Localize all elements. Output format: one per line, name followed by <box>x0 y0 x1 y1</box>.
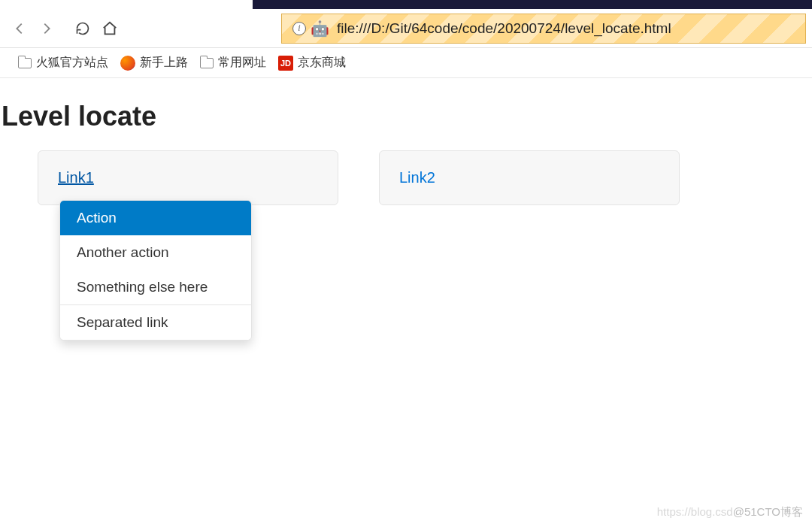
home-button[interactable] <box>96 15 123 42</box>
bookmark-item-1[interactable]: 新手上路 <box>117 52 191 74</box>
bookmark-item-0[interactable]: 火狐官方站点 <box>15 52 111 74</box>
watermark: https://blog.csd@51CTO博客 <box>657 505 803 519</box>
url-text: file:///D:/Git/64code/code/20200724/leve… <box>337 20 671 37</box>
dropdown-menu: Action Another action Something else her… <box>59 200 252 341</box>
nav-toolbar: i 🤖 file:///D:/Git/64code/code/20200724/… <box>0 9 812 48</box>
url-bar[interactable]: i 🤖 file:///D:/Git/64code/code/20200724/… <box>281 14 806 44</box>
page-content: Level locate Link1 Action Another action… <box>0 78 812 205</box>
url-bar-container: i 🤖 file:///D:/Git/64code/code/20200724/… <box>281 14 806 44</box>
watermark-dark: @51CTO博客 <box>733 505 803 518</box>
panel-link1: Link1 Action Another action Something el… <box>38 150 338 205</box>
link1[interactable]: Link1 <box>58 169 94 186</box>
forward-button[interactable] <box>33 15 60 42</box>
page-title: Level locate <box>0 101 812 132</box>
browser-chrome: i 🤖 file:///D:/Git/64code/code/20200724/… <box>0 0 812 78</box>
panel-link2: Link2 <box>379 150 680 205</box>
folder-icon <box>18 58 32 68</box>
tracking-icon[interactable]: 🤖 <box>311 21 329 36</box>
bookmark-label: 火狐官方站点 <box>36 55 108 71</box>
tab-bar <box>253 0 812 9</box>
bookmarks-toolbar: 火狐官方站点 新手上路 常用网址 JD 京东商城 <box>0 48 812 78</box>
watermark-faint: https://blog.csd <box>657 505 733 518</box>
firefox-icon <box>120 56 135 71</box>
folder-icon <box>200 58 214 68</box>
panels-row: Link1 Action Another action Something el… <box>0 150 812 205</box>
dropdown-item-separated[interactable]: Separated link <box>60 305 251 340</box>
dropdown-item-something[interactable]: Something else here <box>60 270 251 304</box>
bookmark-label: 京东商城 <box>298 55 346 71</box>
jd-icon: JD <box>278 56 293 71</box>
bookmark-label: 新手上路 <box>140 55 188 71</box>
bookmark-item-3[interactable]: JD 京东商城 <box>275 52 349 74</box>
back-button[interactable] <box>6 15 33 42</box>
link2[interactable]: Link2 <box>399 169 435 186</box>
bookmark-item-2[interactable]: 常用网址 <box>197 52 269 74</box>
dropdown-item-action[interactable]: Action <box>60 201 251 235</box>
reload-button[interactable] <box>69 15 96 42</box>
bookmark-label: 常用网址 <box>218 55 266 71</box>
info-icon[interactable]: i <box>292 22 306 35</box>
dropdown-item-another[interactable]: Another action <box>60 235 251 270</box>
url-security-icons: i 🤖 <box>292 21 329 36</box>
